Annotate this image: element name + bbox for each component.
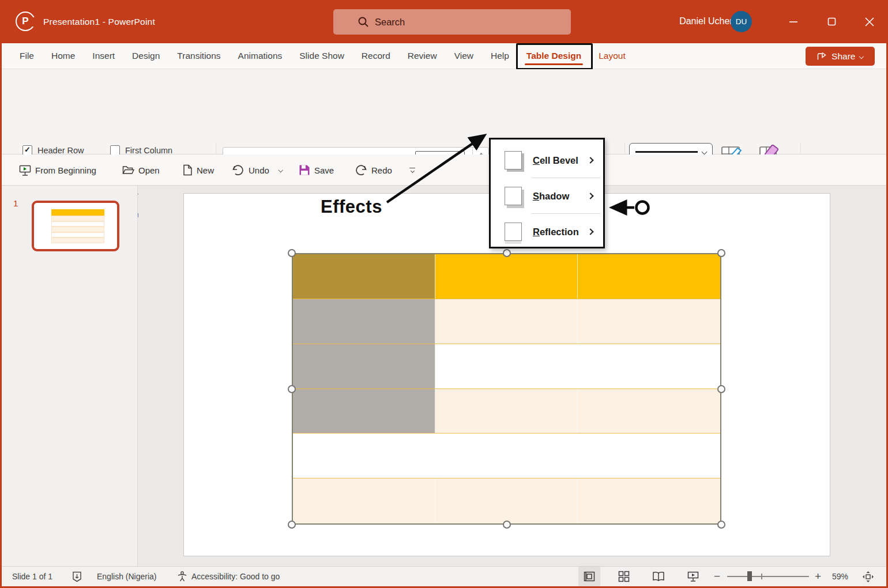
reading-view-icon bbox=[652, 571, 665, 582]
resize-handle-top-left[interactable] bbox=[288, 249, 296, 257]
ribbon: ✓ Header Row Total Row ✓ Banded Rows Fir… bbox=[2, 69, 886, 154]
language-indicator[interactable]: English (Nigeria) bbox=[97, 567, 156, 586]
table-cell[interactable] bbox=[578, 478, 720, 523]
zoom-out-button[interactable]: − bbox=[714, 567, 720, 586]
document-title: Presentation1 - PowerPoint bbox=[43, 17, 155, 27]
effects-dropdown-menu: Cell Bevel Shadow Reflection bbox=[489, 138, 605, 248]
from-beginning-button[interactable]: From Beginning bbox=[19, 154, 96, 186]
table-cell[interactable] bbox=[435, 344, 578, 389]
table-cell[interactable] bbox=[435, 478, 578, 523]
zoom-slider-thumb[interactable] bbox=[747, 571, 752, 581]
resize-handle-middle-right[interactable] bbox=[717, 385, 725, 393]
from-beginning-icon bbox=[19, 164, 31, 176]
pen-style-line-sample bbox=[635, 151, 698, 153]
reading-view-button[interactable] bbox=[648, 567, 669, 586]
zoom-level[interactable]: 59% bbox=[832, 567, 848, 586]
checkbox-first-column[interactable]: First Column bbox=[110, 145, 172, 155]
table-cell[interactable] bbox=[578, 389, 720, 434]
header-row-checkbox[interactable]: ✓ bbox=[22, 145, 32, 155]
fit-window-button[interactable] bbox=[862, 567, 874, 586]
table-cell[interactable] bbox=[293, 254, 435, 299]
resize-handle-bottom-middle[interactable] bbox=[503, 521, 511, 529]
cell-bevel-icon bbox=[505, 151, 522, 169]
menu-item-cell-bevel[interactable]: Cell Bevel bbox=[491, 144, 603, 177]
powerpoint-window: P Presentation1 - PowerPoint Search Dani… bbox=[0, 0, 888, 588]
table-cell[interactable] bbox=[293, 299, 435, 344]
menu-item-shadow[interactable]: Shadow bbox=[491, 179, 603, 213]
avatar[interactable]: DU bbox=[731, 11, 752, 32]
resize-handle-middle-left[interactable] bbox=[288, 385, 296, 393]
checkbox-header-row[interactable]: ✓ Header Row bbox=[22, 145, 84, 155]
cell-bevel-submenu-chevron bbox=[587, 157, 593, 163]
shadow-submenu-chevron bbox=[587, 193, 593, 199]
redo-button[interactable]: Redo bbox=[355, 154, 392, 186]
tab-help[interactable]: Help bbox=[482, 45, 518, 67]
table-cell[interactable] bbox=[578, 299, 720, 344]
menu-separator bbox=[532, 178, 600, 178]
tab-review[interactable]: Review bbox=[399, 45, 446, 67]
table-cell[interactable] bbox=[293, 344, 435, 389]
tab-insert[interactable]: Insert bbox=[84, 45, 123, 67]
tab-record[interactable]: Record bbox=[353, 45, 399, 67]
tab-transitions[interactable]: Transitions bbox=[168, 45, 229, 67]
slide-1-thumbnail[interactable] bbox=[32, 201, 119, 251]
maximize-button[interactable] bbox=[813, 0, 850, 43]
tab-file[interactable]: File bbox=[11, 45, 43, 67]
table-cell[interactable] bbox=[435, 389, 578, 434]
search-input[interactable]: Search bbox=[333, 9, 571, 35]
tab-table-design[interactable]: Table Design bbox=[518, 45, 590, 67]
table-cell[interactable] bbox=[435, 254, 578, 299]
redo-icon bbox=[355, 164, 367, 176]
reflection-submenu-chevron bbox=[587, 228, 593, 235]
normal-view-button[interactable] bbox=[578, 567, 600, 586]
tab-view[interactable]: View bbox=[446, 45, 482, 67]
maximize-icon bbox=[827, 17, 836, 26]
table-cell[interactable] bbox=[578, 434, 720, 478]
ribbon-tab-bar: File Home Insert Design Transitions Anim… bbox=[2, 43, 886, 69]
accessibility-status[interactable]: Accessibility: Good to go bbox=[191, 567, 280, 586]
menu-item-reflection[interactable]: Reflection bbox=[491, 215, 603, 248]
new-button[interactable]: New bbox=[183, 154, 214, 186]
thumbnail-mini-table bbox=[51, 209, 104, 243]
resize-handle-bottom-right[interactable] bbox=[717, 521, 725, 529]
slide-table[interactable] bbox=[292, 253, 721, 525]
table-cell[interactable] bbox=[293, 389, 435, 434]
accessibility-button[interactable] bbox=[176, 567, 188, 586]
close-button[interactable] bbox=[851, 0, 888, 43]
save-icon bbox=[299, 164, 310, 176]
tab-animations[interactable]: Animations bbox=[229, 45, 291, 67]
proofing-button[interactable] bbox=[72, 567, 82, 586]
first-column-checkbox[interactable] bbox=[110, 145, 120, 155]
table-cell[interactable] bbox=[293, 478, 435, 523]
powerpoint-logo[interactable]: P bbox=[16, 12, 35, 31]
table-cell[interactable] bbox=[435, 434, 578, 478]
tab-design[interactable]: Design bbox=[123, 45, 168, 67]
zoom-slider-track[interactable] bbox=[727, 576, 809, 577]
slideshow-button[interactable] bbox=[682, 567, 704, 586]
table-cell[interactable] bbox=[435, 299, 578, 344]
table-cell[interactable] bbox=[578, 344, 720, 389]
slideshow-icon bbox=[687, 571, 699, 582]
undo-button[interactable]: Undo bbox=[232, 154, 282, 186]
table-cell[interactable] bbox=[578, 254, 720, 299]
save-button[interactable]: Save bbox=[299, 154, 334, 186]
open-button[interactable]: Open bbox=[122, 154, 160, 186]
table-cell[interactable] bbox=[293, 434, 435, 478]
resize-handle-top-right[interactable] bbox=[717, 249, 725, 257]
slide-sorter-button[interactable] bbox=[613, 567, 635, 586]
resize-handle-top-middle[interactable] bbox=[503, 249, 511, 257]
shadow-icon bbox=[505, 187, 522, 205]
tab-home[interactable]: Home bbox=[43, 45, 84, 67]
normal-view-icon bbox=[584, 571, 595, 582]
slides-panel: 1 bbox=[2, 186, 138, 566]
resize-handle-bottom-left[interactable] bbox=[288, 521, 296, 529]
toolbar-overflow-button[interactable] bbox=[409, 154, 415, 186]
tab-layout[interactable]: Layout bbox=[590, 45, 634, 67]
tab-slide-show[interactable]: Slide Show bbox=[291, 45, 353, 67]
undo-dropdown-chevron[interactable] bbox=[279, 168, 283, 172]
zoom-in-button[interactable]: + bbox=[815, 567, 821, 586]
title-bar: P Presentation1 - PowerPoint Search Dani… bbox=[0, 0, 888, 43]
minimize-button[interactable] bbox=[775, 0, 812, 43]
share-button[interactable]: Share bbox=[806, 47, 875, 66]
minimize-icon bbox=[789, 17, 798, 27]
